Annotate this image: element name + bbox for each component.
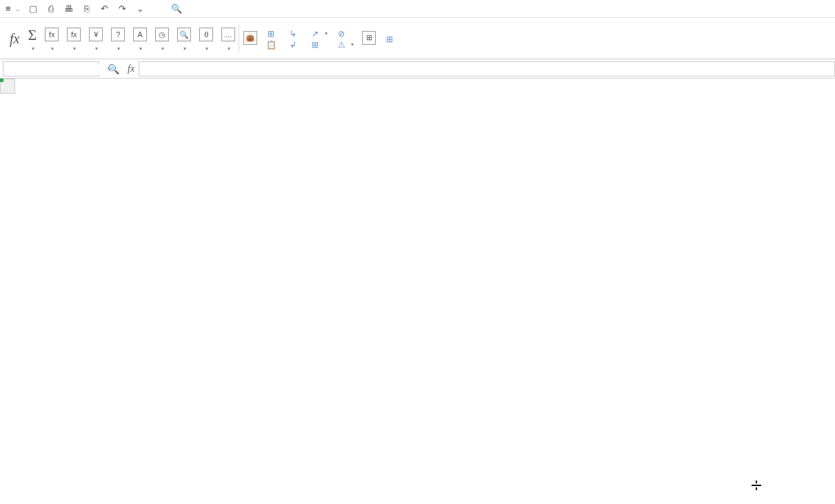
logic-group[interactable]: ? ▾ <box>107 19 129 59</box>
sigma-icon: Σ <box>28 26 37 44</box>
eval-col: ⊘ ⚠▾ <box>332 19 358 59</box>
eval-formula-button[interactable]: ⊘ <box>336 29 354 39</box>
name-box[interactable]: ▾ <box>3 61 99 77</box>
paste-icon: 📋 <box>265 40 276 50</box>
other-fn-group[interactable]: … ▾ <box>217 19 239 59</box>
assign-button[interactable]: ⊞ <box>265 29 279 39</box>
chevron-down-icon: ▾ <box>73 46 76 52</box>
remove-arrow-icon: ↗ <box>310 29 321 39</box>
all-fn-icon: fx <box>67 26 81 44</box>
datetime-icon: ◷ <box>155 26 169 44</box>
new-icon[interactable]: ▢ <box>28 3 39 14</box>
logic-icon: ? <box>111 26 125 44</box>
chevron-down-icon: ▾ <box>95 46 98 52</box>
chevron-down-icon: ▾ <box>325 30 328 37</box>
fx-icon: fx <box>10 30 19 48</box>
search-icon: 🔍 <box>171 3 182 14</box>
text-group[interactable]: A ▾ <box>129 19 151 59</box>
save-icon[interactable]: 🖶 <box>63 3 74 14</box>
finance-group[interactable]: ¥ ▾ <box>85 19 107 59</box>
grid <box>0 79 835 94</box>
trace-col: ↳ ↲ <box>283 19 305 59</box>
recalc-icon: ⊞ <box>362 30 376 48</box>
autosum-group[interactable]: Σ ▾ <box>23 19 41 59</box>
trace-prec-icon: ↳ <box>288 29 299 39</box>
text-icon: A <box>133 26 147 44</box>
recalc-group[interactable]: ⊞ <box>358 19 380 59</box>
finance-icon: ¥ <box>89 26 103 44</box>
search-box[interactable]: 🔍 <box>171 3 184 14</box>
chevron-down-icon: ⌄ <box>15 6 21 12</box>
calc-sheet-col: ⊞ <box>380 19 398 59</box>
calc-sheet-button[interactable]: ⊞ <box>384 34 398 44</box>
chevron-down-icon: ▾ <box>351 41 354 48</box>
name-box-input[interactable] <box>3 64 107 74</box>
other-fn-icon: … <box>221 26 235 44</box>
redo-icon[interactable]: ↷ <box>117 3 128 14</box>
formula-bar-row: ▾ 🔍 fx <box>0 59 835 79</box>
trace-dep-icon: ↲ <box>288 40 299 50</box>
common-fn-group[interactable]: fx ▾ <box>41 19 63 59</box>
chevron-down-icon: ▾ <box>161 46 164 52</box>
file-menu[interactable]: ≡ ⌄ <box>6 3 21 14</box>
chevron-down-icon: ▾ <box>117 46 120 52</box>
chevron-down-icon: ▾ <box>205 46 208 52</box>
trace-precedents-button[interactable]: ↳ <box>288 29 301 39</box>
cursor-cross-icon <box>752 481 761 490</box>
insert-function-group[interactable]: fx <box>6 19 23 59</box>
trace-dependents-button[interactable]: ↲ <box>288 40 301 50</box>
all-fn-group[interactable]: fx ▾ <box>63 19 85 59</box>
chevron-down-icon: ▾ <box>228 46 230 52</box>
ribbon: fx Σ ▾ fx ▾ fx ▾ ¥ ▾ ? ▾ A ▾ ◷ ▾ 🔍 ▾ θ ▾… <box>0 18 835 59</box>
error-icon: ⚠ <box>336 40 347 50</box>
assign-icon: ⊞ <box>265 29 276 39</box>
undo-icon[interactable]: ↶ <box>99 3 110 14</box>
menubar: ≡ ⌄ ▢ ⎙ 🖶 ⎘ ↶ ↷ ⌄ 🔍 <box>0 0 835 18</box>
chevron-down-icon: ▾ <box>183 46 186 52</box>
chevron-down-icon: ▾ <box>139 46 142 52</box>
show-formula-button[interactable]: ⊞ <box>310 40 328 50</box>
hamburger-icon: ≡ <box>6 3 11 14</box>
common-fn-icon: fx <box>45 26 59 44</box>
remove-arrows-button[interactable]: ↗▾ <box>310 29 328 39</box>
datetime-group[interactable]: ◷ ▾ <box>151 19 173 59</box>
show-formula-icon: ⊞ <box>310 40 321 50</box>
paste-button[interactable]: 📋 <box>265 40 279 50</box>
eval-icon: ⊘ <box>336 29 347 39</box>
qat-dropdown-icon[interactable]: ⌄ <box>135 3 146 14</box>
arrow-col: ↗▾ ⊞ <box>305 19 332 59</box>
print-icon[interactable]: ⎘ <box>81 3 92 14</box>
formula-input[interactable] <box>139 61 835 77</box>
open-icon[interactable]: ⎙ <box>46 3 57 14</box>
chevron-down-icon: ▾ <box>32 46 34 52</box>
error-check-button[interactable]: ⚠▾ <box>336 40 354 50</box>
lookup-icon: 🔍 <box>177 26 191 44</box>
quick-access-toolbar: ▢ ⎙ 🖶 ⎘ ↶ ↷ ⌄ <box>28 3 146 14</box>
math-group[interactable]: θ ▾ <box>195 19 217 59</box>
name-manager-icon: 👜 <box>243 30 257 48</box>
name-tools-col: ⊞ 📋 <box>261 19 283 59</box>
calc-sheet-icon: ⊞ <box>384 34 395 44</box>
zoom-icon[interactable]: 🔍 <box>108 63 119 74</box>
chevron-down-icon: ▾ <box>51 46 54 52</box>
select-all-corner[interactable] <box>0 79 15 94</box>
lookup-group[interactable]: 🔍 ▾ <box>173 19 195 59</box>
name-manager-group[interactable]: 👜 <box>239 19 261 59</box>
math-icon: θ <box>199 26 213 44</box>
fx-label-icon[interactable]: fx <box>128 63 134 74</box>
